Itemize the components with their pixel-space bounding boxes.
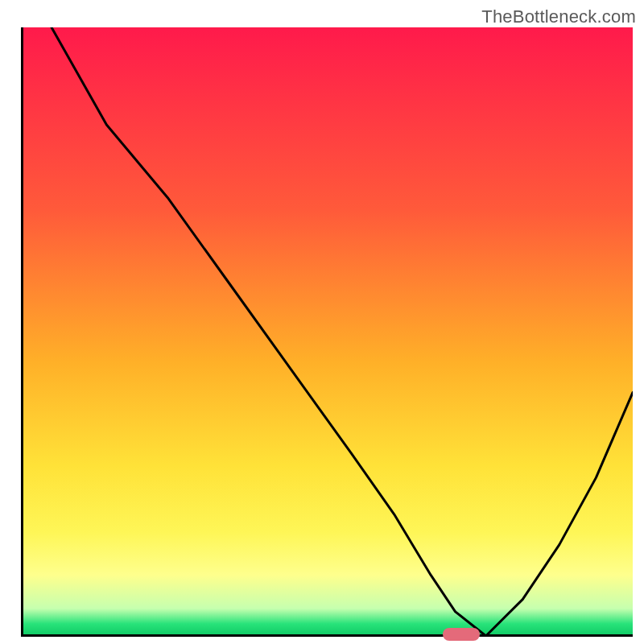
bottleneck-curve-path [52, 27, 633, 636]
bottleneck-chart: TheBottleneck.com [0, 0, 644, 644]
plot-area [21, 27, 633, 636]
optimal-marker [443, 628, 480, 641]
watermark-text: TheBottleneck.com [481, 6, 636, 27]
curve-svg [21, 27, 633, 636]
